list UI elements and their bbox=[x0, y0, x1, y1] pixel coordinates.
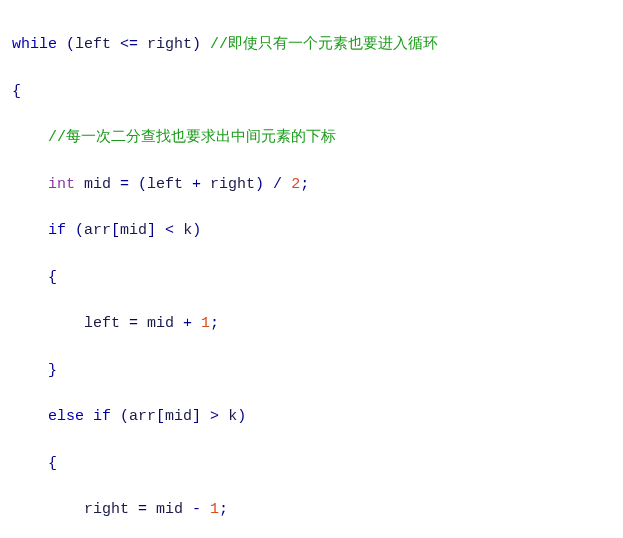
operator-le: <= bbox=[111, 36, 147, 53]
identifier-mid: mid bbox=[120, 222, 147, 239]
comment-text: //即使只有一个元素也要进入循环 bbox=[210, 36, 438, 53]
paren-open: ( bbox=[57, 36, 75, 53]
bracket-open: [ bbox=[111, 222, 120, 239]
operator-gt: > bbox=[210, 408, 228, 425]
type-int: int bbox=[48, 176, 75, 193]
brace-open: { bbox=[48, 269, 57, 286]
identifier-k: k bbox=[183, 222, 192, 239]
paren-close: ) bbox=[192, 222, 201, 239]
identifier-left: left bbox=[84, 315, 129, 332]
code-line: left = mid + 1; bbox=[12, 312, 611, 335]
semicolon: ; bbox=[210, 315, 219, 332]
code-line: } bbox=[12, 359, 611, 382]
operator-minus: - bbox=[192, 501, 210, 518]
identifier-right: right bbox=[147, 36, 192, 53]
identifier-mid: mid bbox=[147, 315, 183, 332]
operator-plus: + bbox=[192, 176, 210, 193]
semicolon: ; bbox=[219, 501, 228, 518]
paren-open: ( bbox=[111, 408, 129, 425]
keyword-while: while bbox=[12, 36, 57, 53]
brace-open: { bbox=[48, 455, 57, 472]
identifier-mid: mid bbox=[165, 408, 192, 425]
bracket-close: ] bbox=[192, 408, 210, 425]
identifier-mid: mid bbox=[75, 176, 120, 193]
operator-lt: < bbox=[165, 222, 183, 239]
operator-eq: = bbox=[138, 501, 156, 518]
brace-open: { bbox=[12, 83, 21, 100]
comment-text: //每一次二分查找也要求出中间元素的下标 bbox=[48, 129, 336, 146]
code-block: while (left <= right) //即使只有一个元素也要进入循环 {… bbox=[12, 10, 611, 538]
number: 2 bbox=[291, 176, 300, 193]
paren-open: ( bbox=[66, 222, 84, 239]
code-line: { bbox=[12, 80, 611, 103]
operator-plus: + bbox=[183, 315, 201, 332]
operator-eq: = bbox=[129, 315, 147, 332]
code-line: { bbox=[12, 452, 611, 475]
semicolon: ; bbox=[300, 176, 309, 193]
keyword-if: if bbox=[48, 222, 66, 239]
identifier-arr: arr bbox=[84, 222, 111, 239]
code-line: //每一次二分查找也要求出中间元素的下标 bbox=[12, 126, 611, 149]
identifier-left: left bbox=[147, 176, 192, 193]
paren-close: ) bbox=[237, 408, 246, 425]
identifier-mid: mid bbox=[156, 501, 192, 518]
code-line: if (arr[mid] < k) bbox=[12, 219, 611, 242]
operator-eq: = ( bbox=[120, 176, 147, 193]
code-line: right = mid - 1; bbox=[12, 498, 611, 521]
bracket-open: [ bbox=[156, 408, 165, 425]
number: 1 bbox=[201, 315, 210, 332]
code-line: else if (arr[mid] > k) bbox=[12, 405, 611, 428]
identifier-right: right bbox=[84, 501, 138, 518]
code-line: { bbox=[12, 266, 611, 289]
code-line: while (left <= right) //即使只有一个元素也要进入循环 bbox=[12, 33, 611, 56]
keyword-else-if: else if bbox=[48, 408, 111, 425]
identifier-k: k bbox=[228, 408, 237, 425]
bracket-close: ] bbox=[147, 222, 165, 239]
identifier-left: left bbox=[75, 36, 111, 53]
identifier-arr: arr bbox=[129, 408, 156, 425]
code-line: int mid = (left + right) / 2; bbox=[12, 173, 611, 196]
identifier-right: right bbox=[210, 176, 255, 193]
paren-close: ) bbox=[192, 36, 210, 53]
number: 1 bbox=[210, 501, 219, 518]
brace-close: } bbox=[48, 362, 57, 379]
paren-div: ) / bbox=[255, 176, 291, 193]
